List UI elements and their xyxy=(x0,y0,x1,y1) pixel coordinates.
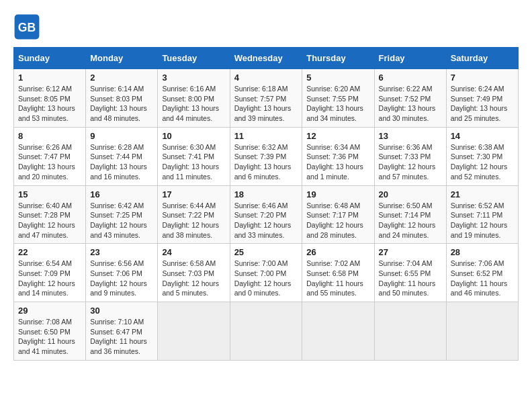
page-header: GB xyxy=(13,13,519,40)
day-info: Sunrise: 6:42 AM Sunset: 7:25 PM Dayligh… xyxy=(90,201,153,240)
calendar-cell: 16 Sunrise: 6:42 AM Sunset: 7:25 PM Dayl… xyxy=(86,185,158,244)
sunset: Sunset: 7:44 PM xyxy=(90,152,142,161)
sunset: Sunset: 8:05 PM xyxy=(18,95,71,103)
day-info: Sunrise: 6:14 AM Sunset: 8:03 PM Dayligh… xyxy=(90,84,153,124)
day-info: Sunrise: 6:40 AM Sunset: 7:28 PM Dayligh… xyxy=(18,201,81,240)
day-info: Sunrise: 6:44 AM Sunset: 7:22 PM Dayligh… xyxy=(162,201,225,240)
calendar-cell: 15 Sunrise: 6:40 AM Sunset: 7:28 PM Dayl… xyxy=(14,185,86,244)
day-number: 2 xyxy=(90,73,153,83)
sunset: Sunset: 7:22 PM xyxy=(162,211,214,219)
sunset: Sunset: 6:50 PM xyxy=(18,328,71,336)
daylight: Daylight: 12 hours and 38 minutes. xyxy=(162,221,219,239)
sunset: Sunset: 6:47 PM xyxy=(90,328,142,336)
sunset: Sunset: 7:20 PM xyxy=(234,211,287,219)
calendar-cell: 2 Sunrise: 6:14 AM Sunset: 8:03 PM Dayli… xyxy=(86,69,158,128)
sunrise: Sunrise: 6:28 AM xyxy=(90,143,144,151)
daylight: Daylight: 12 hours and 24 minutes. xyxy=(379,221,436,239)
day-info: Sunrise: 6:50 AM Sunset: 7:14 PM Dayligh… xyxy=(379,201,442,240)
day-number: 7 xyxy=(451,73,514,83)
calendar-cell xyxy=(302,302,374,361)
daylight: Daylight: 12 hours and 9 minutes. xyxy=(90,279,147,298)
sunset: Sunset: 7:06 PM xyxy=(90,269,142,277)
day-number: 20 xyxy=(379,189,442,199)
sunset: Sunset: 7:55 PM xyxy=(306,95,359,103)
sunset: Sunset: 7:47 PM xyxy=(18,152,71,161)
day-info: Sunrise: 6:24 AM Sunset: 7:49 PM Dayligh… xyxy=(451,84,514,124)
sunrise: Sunrise: 6:12 AM xyxy=(18,85,72,93)
day-number: 18 xyxy=(234,189,298,199)
day-header-sunday: Sunday xyxy=(14,48,86,69)
day-info: Sunrise: 6:26 AM Sunset: 7:47 PM Dayligh… xyxy=(18,142,81,182)
day-number: 26 xyxy=(306,247,369,257)
calendar-cell: 22 Sunrise: 6:54 AM Sunset: 7:09 PM Dayl… xyxy=(14,244,86,302)
calendar-cell: 23 Sunrise: 6:56 AM Sunset: 7:06 PM Dayl… xyxy=(86,244,158,302)
sunset: Sunset: 7:41 PM xyxy=(162,152,214,161)
day-number: 29 xyxy=(18,306,81,316)
calendar-cell: 25 Sunrise: 7:00 AM Sunset: 7:00 PM Dayl… xyxy=(230,244,302,302)
day-number: 12 xyxy=(306,131,369,141)
calendar-week-5: 29 Sunrise: 7:08 AM Sunset: 6:50 PM Dayl… xyxy=(14,302,519,361)
sunrise: Sunrise: 6:22 AM xyxy=(379,85,433,93)
sunrise: Sunrise: 7:06 AM xyxy=(451,259,504,267)
calendar-cell: 14 Sunrise: 6:38 AM Sunset: 7:30 PM Dayl… xyxy=(446,127,518,185)
calendar-cell: 26 Sunrise: 7:02 AM Sunset: 6:58 PM Dayl… xyxy=(302,244,374,302)
daylight: Daylight: 13 hours and 44 minutes. xyxy=(162,104,219,122)
day-header-wednesday: Wednesday xyxy=(230,48,302,69)
daylight: Daylight: 13 hours and 1 minute. xyxy=(306,163,363,181)
calendar-body: 1 Sunrise: 6:12 AM Sunset: 8:05 PM Dayli… xyxy=(14,69,519,361)
sunrise: Sunrise: 7:02 AM xyxy=(306,259,360,267)
daylight: Daylight: 12 hours and 5 minutes. xyxy=(162,279,219,298)
calendar-cell xyxy=(158,302,230,361)
calendar-cell: 12 Sunrise: 6:34 AM Sunset: 7:36 PM Dayl… xyxy=(302,127,374,185)
logo-icon: GB xyxy=(13,13,40,40)
daylight: Daylight: 13 hours and 20 minutes. xyxy=(18,163,75,181)
sunrise: Sunrise: 7:10 AM xyxy=(90,318,144,326)
day-number: 28 xyxy=(451,247,514,257)
day-info: Sunrise: 6:20 AM Sunset: 7:55 PM Dayligh… xyxy=(306,84,369,124)
day-number: 17 xyxy=(162,189,225,199)
day-number: 13 xyxy=(379,131,442,141)
daylight: Daylight: 11 hours and 41 minutes. xyxy=(18,337,75,355)
calendar-cell: 6 Sunrise: 6:22 AM Sunset: 7:52 PM Dayli… xyxy=(374,69,446,128)
calendar-cell xyxy=(374,302,446,361)
day-info: Sunrise: 7:06 AM Sunset: 6:52 PM Dayligh… xyxy=(451,259,514,298)
day-info: Sunrise: 6:34 AM Sunset: 7:36 PM Dayligh… xyxy=(306,142,369,182)
sunrise: Sunrise: 6:20 AM xyxy=(306,85,360,93)
sunrise: Sunrise: 6:40 AM xyxy=(18,201,72,210)
day-number: 27 xyxy=(379,247,442,257)
sunrise: Sunrise: 7:00 AM xyxy=(234,259,288,267)
day-info: Sunrise: 7:10 AM Sunset: 6:47 PM Dayligh… xyxy=(90,317,153,357)
day-number: 15 xyxy=(18,189,81,199)
day-info: Sunrise: 6:54 AM Sunset: 7:09 PM Dayligh… xyxy=(18,259,81,298)
sunset: Sunset: 7:39 PM xyxy=(234,152,287,161)
sunset: Sunset: 7:28 PM xyxy=(18,211,71,219)
day-number: 6 xyxy=(379,73,442,83)
calendar-cell: 4 Sunrise: 6:18 AM Sunset: 7:57 PM Dayli… xyxy=(230,69,302,128)
daylight: Daylight: 12 hours and 14 minutes. xyxy=(18,279,75,298)
sunset: Sunset: 7:03 PM xyxy=(162,269,214,277)
calendar-header: SundayMondayTuesdayWednesdayThursdayFrid… xyxy=(14,48,519,69)
sunset: Sunset: 7:57 PM xyxy=(234,95,287,103)
calendar-cell: 8 Sunrise: 6:26 AM Sunset: 7:47 PM Dayli… xyxy=(14,127,86,185)
calendar-cell: 30 Sunrise: 7:10 AM Sunset: 6:47 PM Dayl… xyxy=(86,302,158,361)
sunrise: Sunrise: 6:44 AM xyxy=(162,201,216,210)
day-number: 21 xyxy=(451,189,514,199)
calendar-cell: 9 Sunrise: 6:28 AM Sunset: 7:44 PM Dayli… xyxy=(86,127,158,185)
daylight: Daylight: 12 hours and 47 minutes. xyxy=(18,221,75,239)
calendar-cell: 18 Sunrise: 6:46 AM Sunset: 7:20 PM Dayl… xyxy=(230,185,302,244)
sunrise: Sunrise: 6:30 AM xyxy=(162,143,216,151)
daylight: Daylight: 11 hours and 50 minutes. xyxy=(379,279,436,298)
day-number: 9 xyxy=(90,131,153,141)
sunrise: Sunrise: 6:24 AM xyxy=(451,85,504,93)
sunrise: Sunrise: 6:56 AM xyxy=(90,259,144,267)
sunset: Sunset: 7:00 PM xyxy=(234,269,287,277)
calendar-cell: 24 Sunrise: 6:58 AM Sunset: 7:03 PM Dayl… xyxy=(158,244,230,302)
daylight: Daylight: 12 hours and 0 minutes. xyxy=(234,279,292,298)
sunset: Sunset: 6:58 PM xyxy=(306,269,359,277)
daylight: Daylight: 13 hours and 25 minutes. xyxy=(451,104,508,122)
day-number: 8 xyxy=(18,131,81,141)
calendar-table: SundayMondayTuesdayWednesdayThursdayFrid… xyxy=(13,47,519,361)
logo: GB xyxy=(13,13,44,40)
daylight: Daylight: 11 hours and 36 minutes. xyxy=(90,337,147,355)
calendar-week-2: 8 Sunrise: 6:26 AM Sunset: 7:47 PM Dayli… xyxy=(14,127,519,185)
